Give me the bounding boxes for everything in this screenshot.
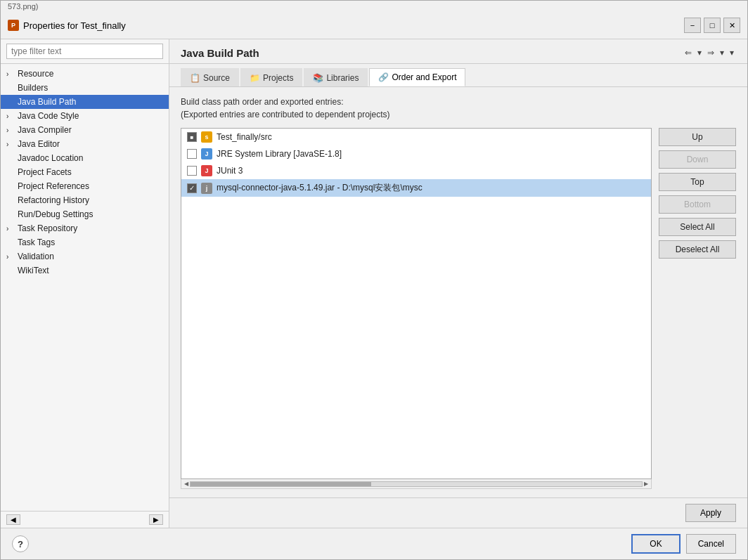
- sidebar-item-label: Task Tags: [18, 237, 55, 247]
- tab-icon: 📚: [313, 73, 323, 83]
- sidebar-item-label: WikiText: [18, 266, 49, 275]
- window-title: Properties for Test_finally: [23, 20, 126, 31]
- maximize-button[interactable]: □: [704, 18, 721, 33]
- main-content: Build class path order and exported entr…: [169, 87, 747, 497]
- entry-item[interactable]: J JRE System Library [JavaSE-1.8]: [181, 145, 651, 162]
- sidebar-bottom: ◀ ▶: [1, 511, 169, 528]
- dialog-content: ›Resource Builders Java Build Path›Java …: [1, 39, 747, 528]
- sidebar-item-project-facets[interactable]: Project Facets: [1, 165, 169, 179]
- entry-icon: s: [201, 131, 212, 143]
- main-header: Java Build Path ⇐ ▾ ⇒ ▾ ▾: [169, 39, 747, 64]
- sidebar-item-validation[interactable]: ›Validation: [1, 249, 169, 263]
- entry-checkbox[interactable]: [187, 132, 197, 142]
- up-button[interactable]: Up: [659, 128, 736, 146]
- tab-icon: 📁: [250, 73, 260, 83]
- sidebar-item-task-tags[interactable]: Task Tags: [1, 235, 169, 249]
- sidebar-item-label: Java Compiler: [18, 125, 72, 135]
- sidebar-item-label: Run/Debug Settings: [18, 209, 93, 219]
- entry-item[interactable]: J JUnit 3: [181, 162, 651, 179]
- window-icon: P: [8, 20, 19, 31]
- nav-dropdown2-button[interactable]: ▾: [718, 46, 726, 59]
- desc-line2: (Exported entries are contributed to dep…: [181, 108, 736, 121]
- cancel-button[interactable]: Cancel: [686, 534, 736, 554]
- footer-right: OK Cancel: [631, 534, 736, 554]
- tab-libraries[interactable]: 📚Libraries: [304, 68, 368, 86]
- dialog-footer: ? OK Cancel: [1, 528, 747, 559]
- ok-button[interactable]: OK: [631, 534, 680, 554]
- apply-button[interactable]: Apply: [685, 504, 736, 522]
- bottom-button[interactable]: Bottom: [659, 195, 736, 214]
- sidebar-item-javadoc-location[interactable]: Javadoc Location: [1, 151, 169, 165]
- sidebar-back-button[interactable]: ◀: [6, 514, 20, 525]
- entry-item[interactable]: s Test_finally/src: [181, 129, 651, 145]
- tree-arrow-icon: ›: [6, 141, 15, 148]
- filter-input[interactable]: [6, 44, 163, 59]
- sidebar-item-builders[interactable]: Builders: [1, 81, 169, 95]
- sidebar-item-label: Task Repository: [18, 223, 77, 233]
- main-title: Java Build Path: [181, 47, 259, 59]
- title-bar: P Properties for Test_finally − □ ✕: [1, 12, 747, 39]
- scroll-left-arrow[interactable]: ◀: [183, 481, 190, 487]
- nav-forward-button[interactable]: ⇒: [705, 46, 716, 59]
- tree-arrow-icon: ›: [6, 253, 15, 261]
- sidebar-item-project-references[interactable]: Project References: [1, 179, 169, 193]
- tree-arrow-icon: ›: [6, 126, 15, 134]
- sidebar-item-label: Refactoring History: [18, 195, 89, 205]
- entry-icon: J: [201, 148, 212, 159]
- entry-icon: J: [201, 165, 212, 176]
- close-button[interactable]: ✕: [723, 18, 740, 33]
- scrollbar-thumb: [191, 482, 371, 486]
- minimize-button[interactable]: −: [684, 18, 701, 33]
- sidebar-item-run/debug-settings[interactable]: Run/Debug Settings: [1, 207, 169, 221]
- tab-source[interactable]: 📋Source: [181, 68, 239, 86]
- entry-checkbox[interactable]: [187, 183, 197, 193]
- tabs-bar: 📋Source📁Projects📚Libraries🔗Order and Exp…: [169, 64, 747, 87]
- sidebar-item-java-editor[interactable]: ›Java Editor: [1, 137, 169, 151]
- entry-label: Test_finally/src: [217, 132, 272, 142]
- desc-line1: Build class path order and exported entr…: [181, 96, 736, 108]
- sidebar-item-label: Project Facets: [18, 167, 72, 177]
- tab-order-and-export[interactable]: 🔗Order and Export: [369, 68, 465, 86]
- entries-list-container: s Test_finally/src J JRE System Library …: [181, 128, 652, 489]
- down-button[interactable]: Down: [659, 150, 736, 169]
- tree-arrow-icon: ›: [6, 225, 15, 233]
- entry-item[interactable]: j mysql-connector-java-5.1.49.jar - D:\m…: [181, 179, 651, 197]
- nav-menu-button[interactable]: ▾: [728, 46, 736, 59]
- entries-list: s Test_finally/src J JRE System Library …: [181, 128, 652, 479]
- scroll-right-arrow[interactable]: ▶: [643, 481, 650, 487]
- tab-label: Source: [203, 73, 230, 83]
- sidebar-item-wikitext[interactable]: WikiText: [1, 263, 169, 278]
- sidebar-item-label: Java Build Path: [18, 97, 76, 107]
- sidebar: ›Resource Builders Java Build Path›Java …: [1, 39, 169, 528]
- scrollbar-track[interactable]: [190, 481, 643, 487]
- help-button[interactable]: ?: [12, 535, 29, 552]
- title-controls: − □ ✕: [684, 18, 740, 33]
- nav-dropdown1-button[interactable]: ▾: [695, 46, 704, 59]
- filename-text: 573.png): [8, 2, 38, 11]
- sidebar-forward-button[interactable]: ▶: [149, 514, 163, 525]
- right-buttons: Up Down Top Bottom Select All Deselect A…: [659, 128, 736, 489]
- sidebar-item-refactoring-history[interactable]: Refactoring History: [1, 193, 169, 207]
- select-all-button[interactable]: Select All: [659, 218, 736, 236]
- top-button[interactable]: Top: [659, 173, 736, 191]
- tab-projects[interactable]: 📁Projects: [240, 68, 302, 86]
- sidebar-item-task-repository[interactable]: ›Task Repository: [1, 221, 169, 235]
- filename-bar: 573.png): [1, 1, 747, 12]
- deselect-all-button[interactable]: Deselect All: [659, 240, 736, 259]
- nav-back-button[interactable]: ⇐: [683, 46, 694, 59]
- sidebar-item-java-build-path[interactable]: Java Build Path: [1, 95, 169, 109]
- sidebar-item-label: Resource: [18, 69, 53, 79]
- sidebar-item-java-code-style[interactable]: ›Java Code Style: [1, 109, 169, 123]
- sidebar-item-resource[interactable]: ›Resource: [1, 67, 169, 81]
- entry-checkbox[interactable]: [187, 149, 197, 159]
- tree-arrow-icon: ›: [6, 112, 15, 120]
- nav-arrows: ⇐ ▾ ⇒ ▾ ▾: [683, 46, 736, 59]
- sidebar-item-label: Java Code Style: [18, 111, 79, 121]
- sidebar-item-java-compiler[interactable]: ›Java Compiler: [1, 123, 169, 137]
- dialog-body: ›Resource Builders Java Build Path›Java …: [1, 39, 747, 559]
- properties-dialog: 573.png) P Properties for Test_finally −…: [0, 0, 748, 560]
- entry-checkbox[interactable]: [187, 166, 197, 176]
- tab-label: Libraries: [326, 73, 359, 83]
- build-path-area: s Test_finally/src J JRE System Library …: [181, 128, 736, 489]
- sidebar-tree: ›Resource Builders Java Build Path›Java …: [1, 64, 169, 511]
